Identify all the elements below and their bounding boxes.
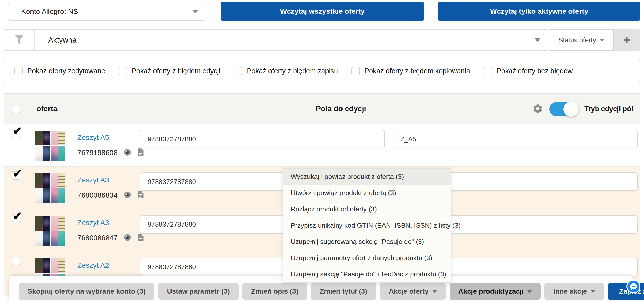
- set-parameter-button[interactable]: Ustaw parametr (3): [158, 283, 239, 300]
- other-actions-dropdown[interactable]: Inne akcje: [544, 283, 604, 300]
- offer-column-header: oferta: [37, 105, 58, 113]
- add-filter-button[interactable]: +: [614, 29, 640, 51]
- preview-eye-icon[interactable]: [123, 191, 132, 200]
- filter-row: Aktywna Status oferty +: [4, 29, 640, 51]
- fields-column-header: Pola do edycji: [316, 105, 366, 113]
- account-select-value: Konto Allegro: NS: [21, 7, 78, 16]
- menu-item-fill-fits-tecdoc[interactable]: Uzupełnij sekcję "Pasuje do" i TecDoc z …: [283, 266, 451, 282]
- table-row: ✔ Zeszyt A5 7679198608: [4, 124, 640, 167]
- document-icon[interactable]: [137, 190, 144, 200]
- filter-copy-error-offers[interactable]: ✔ Pokaż oferty z błędem kopiowania: [351, 67, 470, 75]
- offer-title-link[interactable]: Zeszyt A2: [77, 261, 109, 269]
- field-input-signature[interactable]: [393, 130, 638, 148]
- select-all-checkbox[interactable]: ✔: [12, 105, 20, 113]
- field-input-gtin[interactable]: [140, 130, 385, 148]
- offer-id: 7679198608: [77, 149, 118, 157]
- chevron-down-icon: [591, 290, 595, 293]
- menu-item-search-link-product[interactable]: Wyszukaj i powiąż produkt z ofertą (3): [283, 169, 451, 185]
- filter-select-value: Aktywna: [35, 36, 77, 44]
- offer-id: 7680086834: [77, 191, 118, 200]
- chevron-down-icon: [192, 10, 198, 13]
- product-thumbnail: [35, 216, 65, 246]
- menu-item-create-link-product[interactable]: Utwórz i powiąż produkt z ofertą (3): [283, 185, 451, 201]
- preview-eye-icon[interactable]: [123, 233, 132, 243]
- checkbox[interactable]: ✔: [484, 67, 492, 75]
- document-icon[interactable]: [137, 233, 144, 243]
- menu-item-fill-params-from-product[interactable]: Uzupełnij parametry ofert z danych produ…: [283, 250, 451, 266]
- productization-actions-menu: Wyszukaj i powiąż produkt z ofertą (3) U…: [283, 168, 451, 283]
- chevron-down-icon: [527, 290, 532, 293]
- menu-item-unlink-product[interactable]: Rozłącz produkt od oferty (3): [283, 201, 451, 217]
- offer-actions-dropdown[interactable]: Akcje oferty: [380, 283, 446, 300]
- product-thumbnail: [35, 131, 65, 161]
- filter-select[interactable]: Aktywna: [4, 29, 548, 51]
- chevron-down-icon: [432, 290, 437, 293]
- menu-item-assign-gtin[interactable]: Przypisz unikalny kod GTIN (EAN, ISBN, I…: [283, 217, 451, 234]
- filter-edited-offers[interactable]: ✔ Pokaż oferty zedytowane: [14, 67, 105, 75]
- funnel-icon: [4, 30, 35, 50]
- field-edit-mode-toggle[interactable]: [549, 102, 578, 116]
- filter-edit-error-offers[interactable]: ✔ Pokaż oferty z błędem edycji: [119, 67, 221, 75]
- row-checkbox[interactable]: ✔: [12, 214, 20, 222]
- filter-no-error-offers[interactable]: ✔ Pokaż oferty bez błędów: [484, 67, 573, 75]
- preview-eye-icon[interactable]: [123, 148, 132, 157]
- chevron-down-icon: [600, 39, 604, 42]
- load-active-offers-button[interactable]: Wczytaj tylko aktywne oferty: [438, 2, 640, 21]
- change-title-button[interactable]: Zmień tytuł (3): [311, 283, 376, 300]
- row-checkbox[interactable]: ✔: [12, 257, 20, 265]
- product-thumbnail: [35, 173, 65, 203]
- messenger-chat-icon[interactable]: [626, 279, 641, 294]
- offer-title-link[interactable]: Zeszyt A3: [77, 176, 109, 184]
- load-all-offers-button[interactable]: Wczytaj wszystkie oferty: [221, 2, 424, 21]
- offer-title-link[interactable]: Zeszyt A5: [77, 133, 109, 142]
- offer-id: 7680086847: [77, 234, 118, 242]
- filter-field-button[interactable]: Status oferty: [549, 29, 614, 51]
- show-filters-bar: ✔ Pokaż oferty zedytowane ✔ Pokaż oferty…: [4, 60, 640, 82]
- document-icon[interactable]: [137, 148, 144, 157]
- row-checkbox[interactable]: ✔: [12, 129, 20, 137]
- checkbox[interactable]: ✔: [119, 67, 127, 75]
- checkbox[interactable]: ✔: [234, 67, 242, 75]
- copy-offers-button[interactable]: Skopiuj oferty na wybrane konto (3): [19, 283, 154, 300]
- offer-title-link[interactable]: Zeszyt A3: [77, 219, 109, 227]
- filter-save-error-offers[interactable]: ✔ Pokaż oferty z błędem zapisu: [234, 67, 338, 75]
- checkbox[interactable]: ✔: [14, 67, 23, 75]
- table-header: ✔ oferta Pola do edycji Tryb edycji pól: [4, 94, 640, 124]
- checkbox[interactable]: ✔: [351, 67, 360, 75]
- account-select[interactable]: Konto Allegro: NS: [8, 3, 206, 21]
- menu-item-fill-suggested-fits[interactable]: Uzupełnij sugerowaną sekcję "Pasuje do" …: [283, 234, 451, 250]
- chevron-down-icon: [535, 38, 540, 42]
- productization-actions-dropdown[interactable]: Akcje produktyzacji: [450, 283, 541, 300]
- gear-icon[interactable]: [532, 103, 543, 115]
- offers-manager-page: Konto Allegro: NS Wczytaj wszystkie ofer…: [0, 0, 644, 302]
- row-checkbox[interactable]: ✔: [12, 171, 20, 180]
- change-description-button[interactable]: Zmień opis (3): [242, 283, 307, 300]
- field-edit-mode-label: Tryb edycji pól: [584, 105, 633, 113]
